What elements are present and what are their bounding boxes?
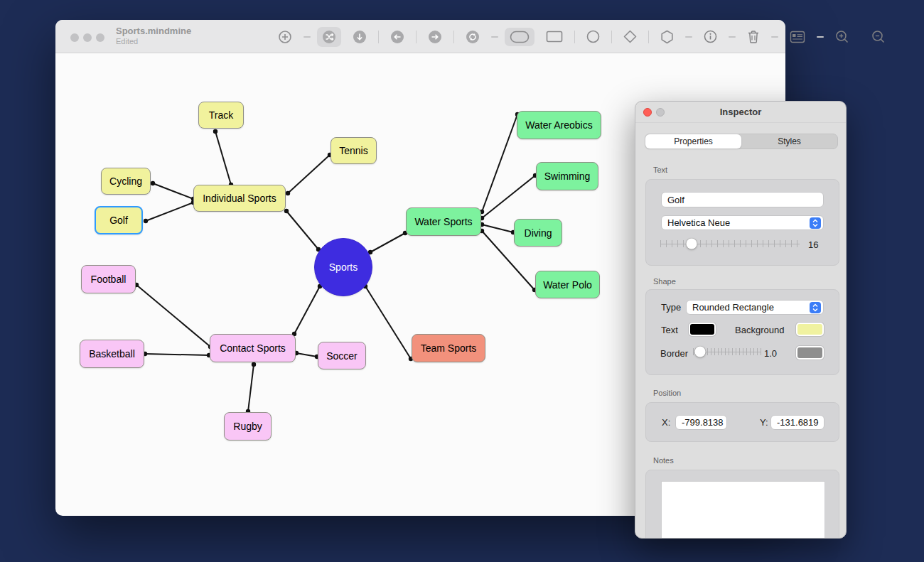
up-down-chevrons-icon [812,303,819,312]
toolbar-dash [817,36,824,38]
inspector-title: Inspector [635,102,846,123]
mindmap-node-golf[interactable]: Golf [95,206,143,234]
shape-diamond-button[interactable] [618,27,642,46]
inspector-tabs: Properties Styles [645,134,838,149]
zoom-out-icon [871,30,886,44]
mindmap-node-sports[interactable]: Sports [314,238,372,296]
notes-list-icon [790,31,805,43]
mindmap-node-football[interactable]: Football [81,265,136,293]
align-down-button[interactable] [348,27,372,47]
delete-button[interactable] [742,27,765,47]
position-y-label: Y: [760,417,768,428]
shape-type-value: Rounded Rectangle [692,302,774,313]
rounded-rectangle-icon [510,31,530,43]
mindmap-node-track[interactable]: Track [198,102,244,129]
toolbar [273,20,891,53]
hexagon-icon [660,30,674,44]
tab-properties[interactable]: Properties [645,134,741,148]
inspector-titlebar: Inspector [635,102,846,123]
info-icon [704,30,717,43]
align-right-button[interactable] [423,27,447,47]
window-title: Sports.mindmine [116,25,191,37]
shape-circle-button[interactable] [581,27,605,46]
zoom-in-button[interactable] [830,27,854,47]
up-down-chevrons-icon [812,219,819,227]
notes-section-group [645,470,839,539]
mindmap-node-tennis[interactable]: Tennis [331,137,377,164]
titlebar: Sports.mindmine Edited [55,20,785,53]
inspector-panel: Inspector Properties Styles Text Golf He… [635,101,847,539]
position-section-group: X: -799.8138 Y: -131.6819 [645,402,839,442]
shape-rectangle-button[interactable] [541,28,568,45]
mindmap-node-individual-sports[interactable]: Individual Sports [193,185,286,212]
mindmap-node-water-areobics[interactable]: Water Areobics [517,111,601,139]
rectangle-icon [546,31,563,43]
info-button[interactable] [699,27,722,46]
add-node-button[interactable] [273,27,297,47]
arrow-down-circle-icon [353,30,367,44]
shape-rounded-rectangle-button[interactable] [505,28,534,46]
toolbar-separator [416,31,417,43]
border-color-well[interactable] [796,346,824,360]
position-y-input[interactable]: -131.6819 [770,415,824,430]
shuffle-layout-button[interactable] [317,27,341,47]
border-width-label: Border [660,348,688,359]
border-width-slider[interactable] [693,346,761,357]
shape-hexagon-button[interactable] [655,27,679,47]
mindmap-node-team-sports[interactable]: Team Sports [412,334,485,362]
toolbar-dash [729,36,736,38]
mindmap-node-swimming[interactable]: Swimming [536,162,598,190]
mindmap-node-rugby[interactable]: Rugby [224,412,272,441]
mindmap-node-water-sports[interactable]: Water Sports [406,207,481,236]
position-section-label: Position [653,389,681,397]
position-x-label: X: [662,417,670,428]
refresh-icon [466,30,480,44]
zoom-out-button[interactable] [866,27,891,47]
shape-type-label: Type [661,302,681,313]
mindmap-node-cycling[interactable]: Cycling [101,168,151,195]
border-width-slider-thumb[interactable] [695,347,706,357]
mindmap-node-basketball[interactable]: Basketball [80,340,144,368]
font-select-stepper[interactable] [810,217,821,229]
zoom-button[interactable] [96,33,104,42]
text-color-well[interactable] [689,323,716,336]
tab-styles[interactable]: Styles [741,134,837,148]
toolbar-dash [685,36,692,38]
toolbar-dash [491,36,498,38]
trash-icon [747,30,760,44]
toolbar-dash [303,36,311,38]
shape-section-label: Shape [653,277,676,286]
position-x-input[interactable]: -799.8138 [675,415,727,430]
slider-ticks [660,240,800,247]
minimize-button[interactable] [83,33,92,42]
inspector-minimize-button[interactable] [656,108,665,117]
shuffle-icon [322,30,336,44]
font-select-value: Helvetica Neue [667,217,730,228]
node-text-input[interactable]: Golf [661,192,824,207]
font-select[interactable]: Helvetica Neue [661,215,824,230]
notes-section-label: Notes [653,456,674,465]
toolbar-separator [378,31,379,43]
close-button[interactable] [70,33,79,42]
mindmap-node-soccer[interactable]: Soccer [318,342,366,369]
toolbar-separator [574,31,575,43]
notes-list-button[interactable] [785,28,810,46]
inspector-close-button[interactable] [643,108,652,117]
shape-type-stepper[interactable] [810,302,821,313]
mindmap-node-diving[interactable]: Diving [514,219,562,247]
background-color-well[interactable] [796,323,824,336]
refresh-layout-button[interactable] [461,27,485,47]
mindmap-node-contact-sports[interactable]: Contact Sports [210,334,296,362]
toolbar-separator [453,31,454,43]
shape-type-select[interactable]: Rounded Rectangle [686,300,824,315]
notes-textarea[interactable] [661,481,825,539]
window-subtitle: Edited [116,37,191,46]
text-color-label: Text [661,325,678,335]
mindmap-node-water-polo[interactable]: Water Polo [535,271,600,298]
text-section-label: Text [653,166,667,174]
align-left-button[interactable] [385,27,409,47]
font-size-slider-thumb[interactable] [687,239,697,249]
font-size-slider[interactable] [660,238,800,249]
font-size-value: 16 [808,239,818,250]
circle-icon [586,30,600,43]
